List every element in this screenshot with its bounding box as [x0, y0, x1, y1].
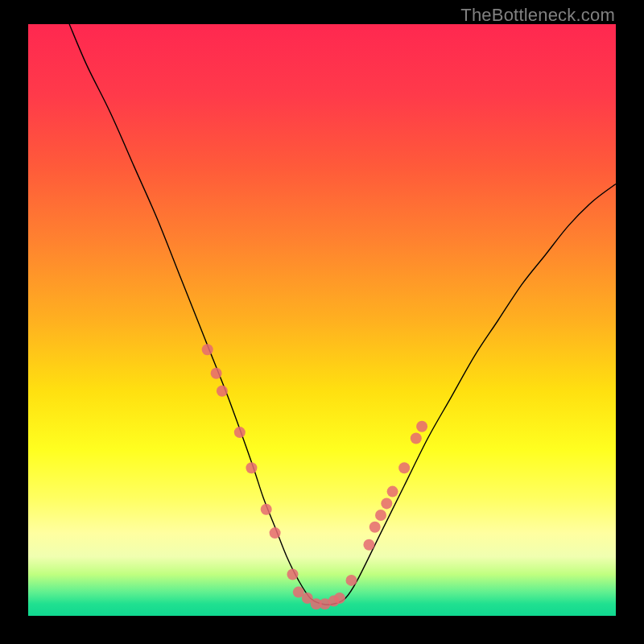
- curve-marker: [375, 510, 386, 521]
- curve-marker: [246, 462, 257, 473]
- curve-marker: [411, 433, 422, 444]
- curve-marker: [302, 592, 313, 604]
- chart-svg: [28, 24, 616, 616]
- chart-frame: TheBottleneck.com: [0, 0, 644, 644]
- curve-marker: [320, 598, 331, 609]
- curve-marker: [202, 344, 213, 355]
- curve-marker: [363, 539, 374, 551]
- bottleneck-curve: [69, 24, 616, 605]
- curve-marker: [293, 587, 304, 598]
- curve-marker: [311, 598, 322, 609]
- curve-marker: [416, 421, 427, 432]
- curve-marker: [346, 575, 357, 586]
- curve-marker: [287, 569, 299, 580]
- curve-markers: [202, 344, 427, 609]
- curve-marker: [217, 386, 228, 397]
- curve-marker: [369, 522, 381, 533]
- watermark-text: TheBottleneck.com: [460, 5, 615, 26]
- curve-marker: [270, 527, 281, 539]
- curve-marker: [211, 368, 222, 379]
- plot-area: [28, 24, 616, 616]
- curve-marker: [328, 596, 340, 607]
- curve-marker: [398, 462, 410, 473]
- curve-marker: [334, 592, 345, 604]
- curve-marker: [261, 504, 272, 515]
- curve-marker: [234, 427, 246, 438]
- curve-marker: [387, 486, 398, 497]
- curve-marker: [381, 497, 392, 509]
